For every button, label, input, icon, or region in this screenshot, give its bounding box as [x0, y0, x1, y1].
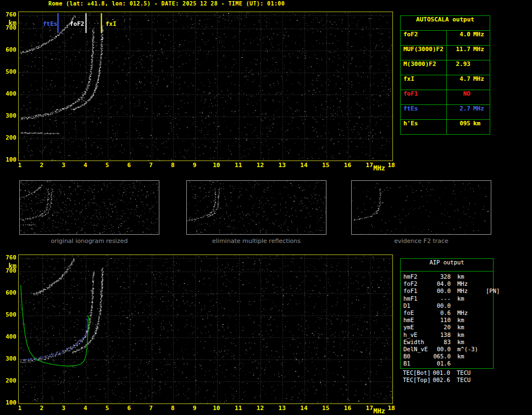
x-tick-label: 14: [298, 162, 310, 169]
aip-param-name: DelN_vE: [403, 346, 431, 353]
x-tick-label: 7: [145, 405, 157, 412]
autoscala-row: MUF(3000)F211.7MHz: [401, 45, 490, 60]
autoscala-value-unit: MHz: [470, 75, 490, 90]
x-tick-label: 3: [58, 405, 70, 412]
aip-param-unit: MHz: [451, 287, 483, 295]
aip-param-unit: MHz: [451, 309, 483, 317]
autoscala-row: foF24.0MHz: [401, 31, 490, 45]
autoscala-value-unit: MHz: [470, 46, 490, 60]
x-tick-label: 9: [189, 162, 201, 169]
aip-param-flag: [483, 346, 493, 353]
thumbnail-caption-multiples: eliminate multiple reflections: [186, 237, 326, 245]
ftes-marker-label: ftEs: [43, 20, 58, 27]
x-tick-label: 13: [276, 162, 288, 169]
aip-param-name: ymE: [403, 324, 431, 331]
aip-param-flag: [482, 377, 492, 384]
aip-param-name: hmF1: [403, 295, 431, 302]
autoscala-value-unit: [470, 90, 490, 104]
aip-row: D100.0: [401, 302, 493, 309]
aip-param-name: hmF2: [403, 273, 431, 280]
main-ionogram-canvas: [19, 12, 392, 161]
autoscala-value-number: 4.7: [447, 75, 470, 90]
aip-row: DelN_vE00.0m^(-3): [401, 346, 493, 353]
x-tick-label: 10: [210, 162, 223, 169]
aip-param-name: foE: [403, 309, 431, 317]
x-tick-label: 16: [341, 162, 353, 169]
ionogram-analysis-screen: Rome (lat: +41.8, lon: 012.5) - DATE: 20…: [0, 0, 532, 415]
aip-row: Ewidth83km: [401, 339, 493, 346]
x-tick-label: 4: [79, 162, 91, 169]
aip-param-unit: km: [451, 331, 483, 339]
aip-param-unit: km: [451, 295, 483, 302]
autoscala-output-table: AUTOSCALA output foF24.0MHzMUF(3000)F211…: [400, 15, 490, 135]
autoscala-row-label: h'Es: [401, 120, 447, 134]
autoscala-row: fxI4.7MHz: [401, 75, 490, 90]
scaled-ionogram-canvas: [19, 255, 392, 403]
autoscala-value-number: NO: [447, 90, 470, 104]
y-axis-unit-label: km: [1, 19, 16, 27]
aip-table-rows: hmF2328kmfoF204.0MHzfoF100.0MHz[PN]hmF1-…: [401, 272, 493, 368]
aip-param-value: 20: [431, 324, 451, 331]
page-title: Rome (lat: +41.8, lon: 012.5) - DATE: 20…: [48, 1, 285, 7]
autoscala-row: M(3000)F22.93: [401, 60, 490, 75]
aip-param-flag: [483, 360, 493, 367]
main-ionogram-plot: ftEs foF2 fxI: [18, 12, 393, 161]
x-tick-label: 15: [320, 405, 332, 412]
thumbnail-multiples-removed: [186, 180, 326, 235]
aip-row: h_vE138km: [401, 331, 493, 339]
aip-param-name: TEC[Top]: [403, 377, 430, 384]
aip-param-flag: [483, 339, 493, 346]
x-tick-label: 2: [36, 162, 48, 169]
aip-param-value: 001.0: [430, 369, 450, 377]
autoscala-row-value: 4.0MHz: [447, 31, 490, 45]
aip-row: foF100.0MHz[PN]: [401, 287, 493, 295]
aip-param-name: Ewidth: [403, 339, 431, 346]
aip-param-value: ---: [431, 295, 451, 302]
aip-param-flag: [483, 317, 493, 324]
thumbnail-caption-original: original ionogram resized: [19, 237, 159, 245]
x-tick-label: 15: [320, 162, 332, 169]
aip-param-value: 83: [431, 339, 451, 346]
aip-param-value: 0.6: [431, 309, 451, 317]
aip-param-value: 04.0: [431, 280, 451, 287]
aip-param-unit: km: [451, 273, 483, 280]
tec-row: TEC[Top]002.6TECU: [400, 377, 492, 384]
autoscala-table-rows: foF24.0MHzMUF(3000)F211.7MHzM(3000)F22.9…: [401, 31, 490, 134]
autoscala-row-label: fxI: [401, 75, 447, 90]
aip-output-table: AIP output hmF2328kmfoF204.0MHzfoF100.0M…: [400, 258, 494, 369]
aip-param-value: 138: [431, 331, 451, 339]
x-tick-label: 6: [123, 162, 135, 169]
aip-param-value: 00.0: [431, 302, 451, 309]
x-tick-label: 5: [101, 405, 113, 412]
aip-param-flag: [483, 273, 493, 280]
aip-param-value: 065.0: [431, 353, 451, 360]
x-tick-label: 1: [14, 162, 26, 169]
x-tick-label: 2: [36, 405, 48, 412]
fof2-marker-label: foF2: [70, 20, 85, 27]
x-tick-label: 12: [254, 162, 266, 169]
aip-param-name: B1: [403, 360, 431, 367]
autoscala-value-unit: MHz: [470, 105, 490, 119]
x-tick-label: 10: [210, 405, 223, 412]
autoscala-row-value: 4.7MHz: [447, 75, 490, 90]
aip-param-unit: km: [451, 317, 483, 324]
y-tick-label: 400: [1, 333, 16, 340]
aip-param-name: foF1: [403, 287, 431, 295]
aip-param-name: hmE: [403, 317, 431, 324]
aip-param-name: B0: [403, 353, 431, 360]
x-tick-label: 1: [14, 405, 26, 412]
autoscala-row: foF1NO: [401, 90, 490, 104]
thumbnail-caption-f2trace: evidence F2 trace: [351, 237, 491, 245]
autoscala-table-title: AUTOSCALA output: [401, 16, 490, 31]
y-tick-label: 600: [1, 289, 16, 296]
aip-row: ymE20km: [401, 324, 493, 331]
x-tick-label: 12: [254, 405, 266, 412]
aip-param-unit: km: [451, 324, 483, 331]
y-tick-label: 760: [1, 254, 16, 261]
autoscala-row-value: 095km: [447, 120, 490, 134]
aip-row: B0065.0km: [401, 353, 493, 360]
x-tick-label: 6: [123, 405, 135, 412]
aip-param-flag: [483, 309, 493, 317]
autoscala-row: h'Es095km: [401, 119, 490, 134]
x-tick-label: 3: [58, 162, 70, 169]
